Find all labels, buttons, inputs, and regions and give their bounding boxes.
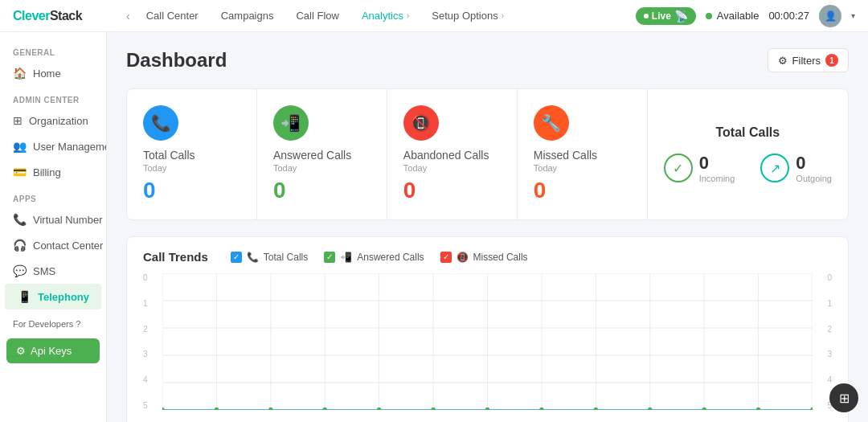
abandoned-calls-value: 0	[403, 178, 501, 203]
outgoing-calls-item: ↗ 0 Outgoing	[760, 153, 832, 183]
status-dot	[706, 13, 712, 19]
incoming-icon: ✓	[664, 154, 693, 182]
sidebar-section-admin: Admin Center	[0, 86, 106, 108]
api-keys-icon: ⚙	[16, 345, 26, 357]
svg-point-31	[810, 408, 813, 410]
total-calls-summary-title: Total Calls	[715, 125, 780, 140]
y-axis-labels: 5 4 3 2 1 0	[143, 273, 159, 410]
api-keys-button[interactable]: ⚙ Api Keys	[6, 338, 100, 363]
svg-point-30	[756, 408, 760, 410]
sidebar-item-virtual-number[interactable]: 📞 Virtual Number	[0, 207, 106, 232]
chart-inner	[162, 273, 813, 410]
stat-card-answered-calls: 📲 Answered Calls Today 0	[257, 89, 387, 219]
filter-icon: ⚙	[778, 55, 788, 67]
phone-check-icon: 📲	[280, 113, 301, 133]
y-axis-right: 5 4 3 2 1 0	[816, 273, 832, 410]
sidebar-item-contact-center[interactable]: 🎧 Contact Center	[0, 232, 106, 258]
setup-chevron-icon: ›	[502, 11, 504, 20]
nav-call-flow[interactable]: Call Flow	[286, 5, 348, 27]
svg-point-24	[431, 408, 435, 410]
outgoing-icon: ↗	[760, 154, 789, 182]
svg-point-23	[377, 408, 381, 410]
total-calls-label: Total Calls	[143, 149, 240, 162]
missed-calls-sublabel: Today	[534, 163, 631, 173]
phone-missed-icon: 🔧	[541, 113, 561, 133]
sidebar-item-user-management[interactable]: 👥 User Management	[0, 133, 106, 159]
svg-point-22	[323, 408, 327, 410]
sidebar: General 🏠 Home Admin Center ⊞ Organizati…	[0, 32, 107, 422]
trends-header: Call Trends ✓ 📞 Total Calls ✓ 📲 Answered…	[143, 250, 832, 264]
nav-right: Live 📡 Available 00:00:27 👤 ▾	[636, 5, 855, 27]
sidebar-item-home[interactable]: 🏠 Home	[0, 60, 106, 86]
phone-x-icon: 📵	[411, 113, 431, 133]
stat-card-total-calls: 📞 Total Calls Today 0	[127, 89, 257, 219]
stats-row: 📞 Total Calls Today 0 📲 Answered Calls T…	[126, 88, 849, 220]
sidebar-item-telephony[interactable]: 📱 Telephony	[5, 284, 101, 309]
stat-card-missed-calls: 🔧 Missed Calls Today 0	[518, 89, 648, 219]
phone-icon: 📞	[151, 113, 171, 133]
svg-point-25	[485, 408, 489, 410]
sidebar-item-billing[interactable]: 💳 Billing	[0, 159, 106, 185]
answered-calls-legend-icon: 📲	[340, 252, 352, 263]
call-trends-section: Call Trends ✓ 📞 Total Calls ✓ 📲 Answered…	[126, 236, 849, 422]
missed-calls-legend-icon: 📵	[457, 252, 469, 263]
nav-call-center[interactable]: Call Center	[137, 5, 208, 27]
svg-point-19	[162, 408, 165, 410]
grid-icon: ⊞	[839, 391, 850, 406]
call-timer: 00:00:27	[768, 10, 809, 22]
missed-calls-value: 0	[534, 178, 631, 203]
total-calls-sublabel: Today	[143, 163, 240, 173]
missed-calls-icon: 🔧	[534, 105, 569, 141]
checkmark-icon3: ✓	[443, 252, 449, 261]
abandoned-calls-icon: 📵	[403, 105, 439, 141]
sidebar-section-general: General	[0, 39, 106, 60]
answered-calls-checkbox[interactable]: ✓	[324, 252, 335, 263]
abandoned-calls-sublabel: Today	[403, 163, 501, 173]
sidebar-item-sms[interactable]: 💬 SMS	[0, 258, 106, 284]
nav-campaigns[interactable]: Campaigns	[211, 5, 284, 27]
broadcast-icon: 📡	[674, 10, 688, 23]
nav-analytics[interactable]: Analytics ›	[352, 5, 419, 27]
answered-calls-sublabel: Today	[273, 163, 371, 173]
avatar[interactable]: 👤	[819, 5, 841, 27]
avatar-icon: 👤	[825, 10, 837, 22]
svg-point-29	[702, 408, 706, 410]
page-header: Dashboard ⚙ Filters 1	[126, 48, 849, 72]
incoming-label: Incoming	[699, 174, 735, 183]
checkmark-icon: ✓	[233, 252, 240, 261]
app-grid-button[interactable]: ⊞	[829, 383, 858, 412]
logo: CleverStack	[13, 9, 120, 23]
sidebar-item-organization[interactable]: ⊞ Organization	[0, 108, 106, 133]
live-dot	[644, 14, 649, 18]
legend-total-calls[interactable]: ✓ 📞 Total Calls	[231, 252, 308, 263]
sidebar-section-apps: Apps	[0, 185, 106, 207]
telephony-icon: 📱	[18, 290, 31, 303]
answered-calls-label: Answered Calls	[273, 149, 371, 162]
stat-card-abandoned-calls: 📵 Abandoned Calls Today 0	[387, 89, 518, 219]
users-icon: 👥	[13, 140, 27, 153]
nav-links: Call Center Campaigns Call Flow Analytic…	[137, 5, 636, 27]
chart-svg	[162, 273, 813, 410]
nav-setup-options[interactable]: Setup Options ›	[422, 5, 514, 27]
legend-answered-calls[interactable]: ✓ 📲 Answered Calls	[324, 252, 424, 263]
back-button[interactable]: ‹	[120, 10, 137, 23]
app-layout: General 🏠 Home Admin Center ⊞ Organizati…	[0, 32, 868, 422]
total-calls-summary-card: Total Calls ✓ 0 Incoming ↗ 0 Outgoing	[648, 89, 848, 219]
missed-calls-checkbox[interactable]: ✓	[440, 252, 452, 263]
total-calls-breakdown: ✓ 0 Incoming ↗ 0 Outgoing	[664, 153, 832, 183]
contact-center-icon: 🎧	[13, 239, 27, 252]
status-indicator: Available	[706, 10, 760, 22]
filters-count-badge: 1	[825, 54, 838, 67]
avatar-chevron-icon[interactable]: ▾	[851, 11, 855, 20]
legend-missed-calls[interactable]: ✓ 📵 Missed Calls	[440, 252, 528, 263]
organization-icon: ⊞	[13, 114, 23, 127]
svg-point-28	[648, 408, 652, 410]
live-badge: Live 📡	[636, 7, 696, 25]
total-calls-checkbox[interactable]: ✓	[231, 252, 242, 263]
filters-button[interactable]: ⚙ Filters 1	[768, 48, 849, 72]
total-calls-value: 0	[143, 178, 240, 203]
page-title: Dashboard	[126, 49, 227, 72]
svg-point-20	[215, 408, 219, 410]
for-developers-label: For Developers ?	[0, 309, 106, 332]
analytics-chevron-icon: ›	[407, 11, 409, 20]
